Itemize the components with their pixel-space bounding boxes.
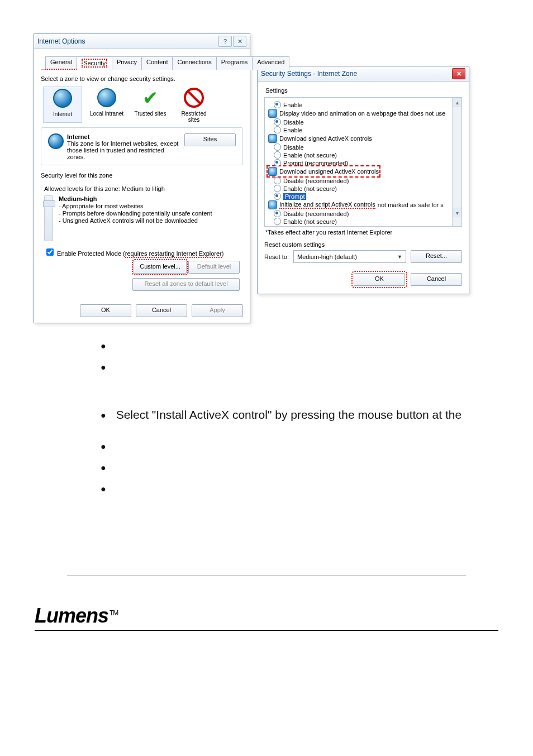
radio-icon[interactable] [274,151,281,159]
lumens-logo: LumensTM [35,604,118,627]
close-button[interactable]: ✕ [452,68,465,79]
settings-list[interactable]: ▴ ▾ Enable Display video and animation o… [264,97,462,227]
radio-icon[interactable] [274,159,281,166]
zone-trusted-sites[interactable]: ✔ Trusted sites [131,87,169,123]
reset-custom-label: Reset custom settings [264,241,462,248]
zone-restricted-sites[interactable]: Restricted sites [175,87,213,123]
sec-level-header: Security level for this zone [41,172,243,179]
ok-button[interactable]: OK [80,304,131,317]
instruction-block: ● ● ●Select "Install ActiveX control" by… [101,339,499,496]
reset-all-zones-button[interactable]: Reset all zones to default level [132,278,240,291]
reset-to-label: Reset to: [264,253,289,260]
protected-mode-checkbox[interactable] [46,248,54,256]
close-button[interactable]: ✕ [233,36,246,47]
forbidden-icon [184,88,204,108]
zone-name: Internet [67,133,184,140]
tab-advanced[interactable]: Advanced [252,56,289,70]
tab-strip: General Security Privacy Content Connect… [41,56,243,70]
zone-internet[interactable]: Internet [43,87,82,123]
pm-label-c: ) [222,250,224,257]
internet-options-dialog: Internet Options ? ✕ General Security Pr… [34,34,250,323]
instruction-text: Select "Install ActiveX control" by pres… [116,408,461,423]
apply-button[interactable]: Apply [192,304,243,317]
check-icon: ✔ [142,89,158,106]
tab-connections[interactable]: Connections [172,56,216,70]
tab-general[interactable]: General [45,56,77,70]
prompt-highlight: Prompt [283,193,306,200]
help-button[interactable]: ? [218,36,232,47]
lvl-line3: - Unsigned ActiveX controls will not be … [59,217,212,224]
ss-title: Security Settings - Internet Zone [261,70,357,78]
custom-level-button[interactable]: Custom level... [134,261,187,274]
setting-icon [268,200,277,209]
tab-programs[interactable]: Programs [216,56,253,70]
io-titlebar[interactable]: Internet Options ? ✕ [34,34,250,49]
radio-icon[interactable] [274,226,281,227]
zone-local-intranet[interactable]: Local intranet [88,87,126,123]
settings-label: Settings [265,87,462,94]
sites-button[interactable]: Sites [184,133,236,146]
radio-icon[interactable] [274,210,281,217]
pm-label-a: Enable Protected Mode ( [57,250,125,257]
security-settings-dialog: Security Settings - Internet Zone ✕ Sett… [257,66,469,294]
globe-icon [53,89,72,108]
separator-line [67,576,466,576]
sec-level-panel: Allowed levels for this zone: Medium to … [41,183,243,294]
tab-security[interactable]: Security [77,56,112,70]
security-slider[interactable] [44,195,53,241]
level-name: Medium-high [59,195,212,202]
scroll-up-icon[interactable]: ▴ [453,98,461,107]
cancel-button[interactable]: Cancel [411,273,462,286]
pm-label-b: requires restarting Internet Explorer [125,250,222,258]
select-zone-label: Select a zone to view or change security… [41,75,243,82]
allowed-levels: Allowed levels for this zone: Medium to … [44,185,240,192]
ok-button[interactable]: OK [354,273,405,286]
globe-small-icon [48,133,64,149]
radio-icon[interactable] [274,177,281,184]
cancel-button[interactable]: Cancel [136,304,187,317]
zone-desc: This zone is for Internet websites, exce… [67,140,179,160]
radio-icon[interactable] [274,118,281,126]
radio-icon[interactable] [274,193,281,200]
zones-list: Internet Local intranet ✔ Trusted sites … [43,87,241,123]
reset-button[interactable]: Reset... [411,250,462,263]
tab-content[interactable]: Content [141,56,173,70]
globe-icon [97,88,116,107]
radio-icon[interactable] [274,218,281,225]
radio-icon[interactable] [274,185,281,192]
setting-icon [268,109,277,118]
setting-icon [268,134,277,143]
scroll-down-icon[interactable]: ▾ [453,208,461,217]
chevron-down-icon: ▼ [397,254,402,260]
default-level-button[interactable]: Default level [188,261,240,274]
vertical-scrollbar[interactable]: ▴ ▾ [452,98,461,226]
lvl-line1: - Appropriate for most websites [59,203,212,209]
io-title: Internet Options [37,37,85,45]
lvl-line2: - Prompts before downloading potentially… [59,210,212,217]
reset-to-combobox[interactable]: Medium-high (default) ▼ [293,250,406,263]
tab-privacy[interactable]: Privacy [112,56,142,70]
zone-info-panel: Internet This zone is for Internet websi… [41,127,243,165]
radio-icon[interactable] [274,143,281,151]
restart-note: *Takes effect after you restart Internet… [265,229,461,236]
setting-icon [268,167,277,176]
radio-icon[interactable] [274,126,281,133]
footer-logo-bar: LumensTM [35,604,498,631]
radio-icon[interactable] [274,101,281,108]
